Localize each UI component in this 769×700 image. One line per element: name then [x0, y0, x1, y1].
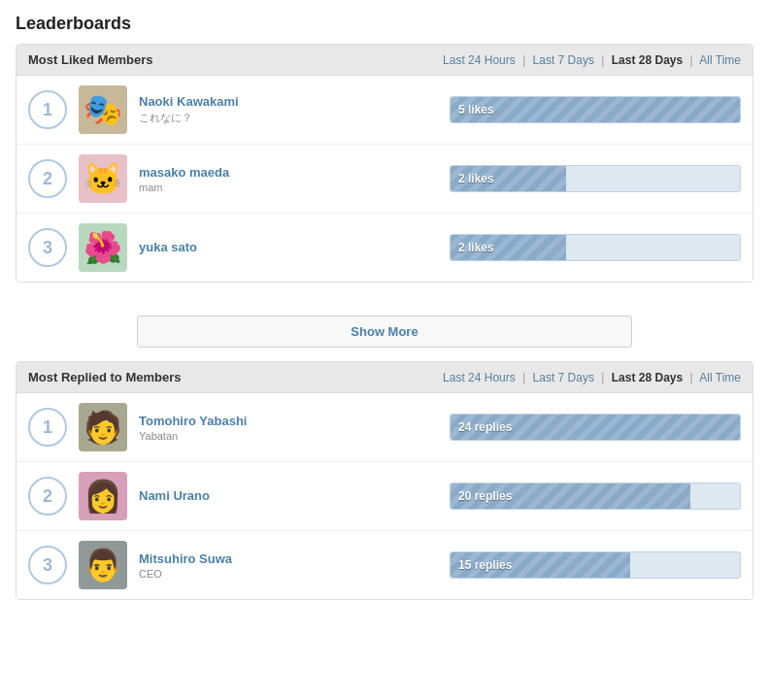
bar-mitsuhiro: 15 replies	[450, 551, 741, 579]
bar-masako: 2 likes	[450, 165, 741, 192]
liked-filter-28d[interactable]: Last 28 Days	[612, 53, 683, 67]
member-name-yuka[interactable]: yuka sato	[139, 240, 438, 254]
replied-filter-7d[interactable]: Last 7 Days	[533, 371, 594, 384]
liked-filter-24h[interactable]: Last 24 Hours	[443, 53, 516, 67]
liked-row-1: 1 🎭 Naoki Kawakami これなに？ 5 likes	[17, 76, 752, 145]
most-replied-title: Most Replied to Members	[28, 370, 181, 384]
member-name-mitsuhiro[interactable]: Mitsuhiro Suwa	[139, 551, 438, 566]
avatar-yuka: 🌺	[79, 223, 127, 272]
show-more-button[interactable]: Show More	[137, 316, 632, 348]
replied-row-2: 2 👩 Nami Urano 20 replies	[17, 462, 752, 531]
bar-wrapper-yuka: 2 likes	[450, 234, 741, 261]
replied-filter-alltime[interactable]: All Time	[699, 371, 741, 384]
bar-yuka: 2 likes	[450, 234, 741, 261]
bar-label-tomohiro: 24 replies	[458, 420, 512, 434]
bar-label-naoki: 5 likes	[458, 103, 494, 117]
member-info-nami: Nami Urano	[139, 488, 438, 505]
bar-label-masako: 2 likes	[458, 172, 494, 185]
bar-tomohiro: 24 replies	[450, 414, 741, 441]
member-name-masako[interactable]: masako maeda	[139, 165, 438, 180]
rank-3: 3	[28, 228, 67, 267]
avatar-naoki: 🎭	[79, 85, 127, 134]
liked-row-3: 3 🌺 yuka sato 2 likes	[17, 214, 752, 282]
separator-2: |	[601, 53, 604, 67]
member-name-nami[interactable]: Nami Urano	[139, 488, 438, 503]
replied-row-1: 1 🧑 Tomohiro Yabashi Yabatan 24 replies	[17, 393, 752, 462]
show-more-container: Show More	[0, 302, 769, 361]
member-info-yuka: yuka sato	[139, 240, 438, 256]
member-info-mitsuhiro: Mitsuhiro Suwa CEO	[139, 551, 438, 580]
bar-wrapper-mitsuhiro: 15 replies	[450, 551, 741, 579]
avatar-mitsuhiro: 👨	[79, 541, 127, 589]
separator-3: |	[690, 53, 693, 67]
bar-wrapper-tomohiro: 24 replies	[450, 414, 741, 441]
bar-wrapper-naoki: 5 likes	[450, 96, 741, 123]
member-info-masako: masako maeda mam	[139, 165, 438, 193]
avatar-nami: 👩	[79, 472, 127, 520]
liked-filter-alltime[interactable]: All Time	[699, 53, 741, 67]
rank-2: 2	[28, 159, 67, 198]
bar-label-yuka: 2 likes	[458, 241, 494, 254]
most-liked-header: Most Liked Members Last 24 Hours | Last …	[17, 45, 752, 76]
bar-wrapper-masako: 2 likes	[450, 165, 741, 192]
separator-5: |	[601, 371, 604, 384]
most-liked-section: Most Liked Members Last 24 Hours | Last …	[16, 44, 753, 283]
replied-filter-24h[interactable]: Last 24 Hours	[443, 371, 516, 384]
replied-rank-3: 3	[28, 546, 67, 584]
most-liked-filters: Last 24 Hours | Last 7 Days | Last 28 Da…	[443, 53, 741, 67]
most-replied-section: Most Replied to Members Last 24 Hours | …	[16, 361, 753, 600]
most-replied-filters: Last 24 Hours | Last 7 Days | Last 28 Da…	[443, 371, 741, 384]
liked-row-2: 2 🐱 masako maeda mam 2 likes	[17, 145, 752, 214]
replied-rank-1: 1	[28, 408, 67, 447]
member-subtitle-naoki: これなに？	[139, 111, 438, 125]
member-info-naoki: Naoki Kawakami これなに？	[139, 94, 438, 125]
replied-filter-28d[interactable]: Last 28 Days	[612, 371, 683, 384]
member-subtitle-masako: mam	[139, 182, 438, 193]
separator-4: |	[522, 371, 525, 384]
bar-nami: 20 replies	[450, 483, 741, 510]
rank-1: 1	[28, 90, 67, 129]
page-title: Leaderboards	[0, 0, 769, 44]
member-info-tomohiro: Tomohiro Yabashi Yabatan	[139, 414, 438, 442]
bar-wrapper-nami: 20 replies	[450, 483, 741, 510]
separator-6: |	[690, 371, 693, 384]
member-name-tomohiro[interactable]: Tomohiro Yabashi	[139, 414, 438, 428]
member-subtitle-mitsuhiro: CEO	[139, 568, 438, 580]
bar-label-nami: 20 replies	[458, 489, 512, 503]
avatar-masako: 🐱	[79, 154, 127, 203]
most-liked-title: Most Liked Members	[28, 52, 153, 67]
member-name-naoki[interactable]: Naoki Kawakami	[139, 94, 438, 109]
most-replied-header: Most Replied to Members Last 24 Hours | …	[17, 362, 752, 393]
bar-label-mitsuhiro: 15 replies	[458, 558, 512, 572]
separator-1: |	[522, 53, 525, 67]
replied-rank-2: 2	[28, 477, 67, 516]
liked-filter-7d[interactable]: Last 7 Days	[533, 53, 594, 67]
avatar-tomohiro: 🧑	[79, 403, 127, 451]
bar-naoki: 5 likes	[450, 96, 741, 123]
replied-row-3: 3 👨 Mitsuhiro Suwa CEO 15 replies	[17, 531, 752, 599]
member-subtitle-tomohiro: Yabatan	[139, 430, 438, 442]
